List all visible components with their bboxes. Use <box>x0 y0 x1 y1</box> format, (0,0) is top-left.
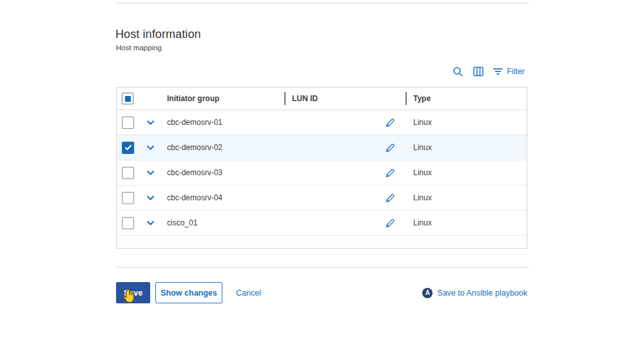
edit-lun-button[interactable] <box>385 167 396 178</box>
type-cell: Linux <box>405 218 527 227</box>
filter-button[interactable]: Filter <box>493 67 525 76</box>
table-row[interactable]: cbc-demosrv-03 Linux <box>117 160 527 185</box>
pencil-icon <box>385 167 396 178</box>
row-checkbox[interactable] <box>122 217 134 229</box>
chevron-down-icon[interactable] <box>146 145 155 150</box>
table-row[interactable]: cbc-demosrv-04 Linux <box>117 185 527 211</box>
table-header-row: Initiator group LUN ID Type <box>117 88 527 110</box>
save-to-ansible-link[interactable]: A Save to Ansible playbook <box>422 288 529 298</box>
show-changes-button-label: Show changes <box>161 289 217 298</box>
pencil-icon <box>385 193 396 204</box>
edit-lun-button[interactable] <box>385 117 396 128</box>
pencil-icon <box>385 117 396 128</box>
table-row[interactable]: cisco_01 Linux <box>117 211 527 236</box>
save-button-label: Save <box>124 289 142 298</box>
initiator-group-cell: cisco_01 <box>167 218 284 227</box>
chevron-down-icon[interactable] <box>146 195 155 200</box>
chevron-down-icon[interactable] <box>146 120 155 125</box>
column-header-initiator-group[interactable]: Initiator group <box>167 94 284 103</box>
table-row[interactable]: cbc-demosrv-01 Linux <box>117 110 527 135</box>
table-row[interactable]: cbc-demosrv-02 Linux <box>117 135 527 160</box>
table-toolbar: Filter <box>116 64 529 79</box>
filter-icon <box>493 68 503 75</box>
row-checkbox[interactable] <box>122 192 134 204</box>
type-cell: Linux <box>405 193 527 202</box>
save-to-ansible-label: Save to Ansible playbook <box>437 289 527 298</box>
pencil-icon <box>385 218 396 229</box>
action-bar: Save Show changes Cancel A Save to Ansib… <box>116 282 529 303</box>
bottom-divider <box>116 267 529 268</box>
chevron-down-icon[interactable] <box>146 170 155 175</box>
type-cell: Linux <box>405 168 527 177</box>
row-checkbox[interactable] <box>122 142 134 154</box>
edit-lun-button[interactable] <box>385 218 396 229</box>
page-subtitle: Host mapping <box>116 44 162 52</box>
cancel-link[interactable]: Cancel <box>236 289 261 298</box>
initiator-group-cell: cbc-demosrv-02 <box>167 143 284 152</box>
type-cell: Linux <box>405 118 527 127</box>
chevron-down-icon[interactable] <box>146 220 155 225</box>
search-icon <box>453 66 463 77</box>
search-button[interactable] <box>453 66 463 77</box>
column-header-lun-id[interactable]: LUN ID <box>284 94 405 103</box>
table-footer-empty <box>117 236 527 248</box>
row-checkbox[interactable] <box>122 117 134 129</box>
column-selector-icon <box>473 66 483 77</box>
filter-label: Filter <box>507 67 525 76</box>
initiator-group-cell: cbc-demosrv-04 <box>167 193 284 202</box>
top-divider <box>116 3 529 4</box>
initiator-group-cell: cbc-demosrv-01 <box>167 118 284 127</box>
type-cell: Linux <box>405 143 527 152</box>
save-button[interactable]: Save <box>116 282 150 303</box>
column-selector-button[interactable] <box>473 66 483 77</box>
edit-lun-button[interactable] <box>385 193 396 204</box>
select-all-checkbox[interactable] <box>122 93 133 104</box>
pencil-icon <box>385 142 396 153</box>
column-header-type[interactable]: Type <box>405 94 527 103</box>
row-checkbox[interactable] <box>122 167 134 179</box>
initiator-group-cell: cbc-demosrv-03 <box>167 168 284 177</box>
edit-lun-button[interactable] <box>385 142 396 153</box>
check-icon <box>124 144 132 151</box>
host-mapping-table: Initiator group LUN ID Type cbc-demosrv-… <box>116 87 527 249</box>
ansible-icon: A <box>422 288 433 298</box>
show-changes-button[interactable]: Show changes <box>155 282 222 303</box>
indeterminate-mark-icon <box>125 96 131 102</box>
page-title: Host information <box>115 28 201 41</box>
